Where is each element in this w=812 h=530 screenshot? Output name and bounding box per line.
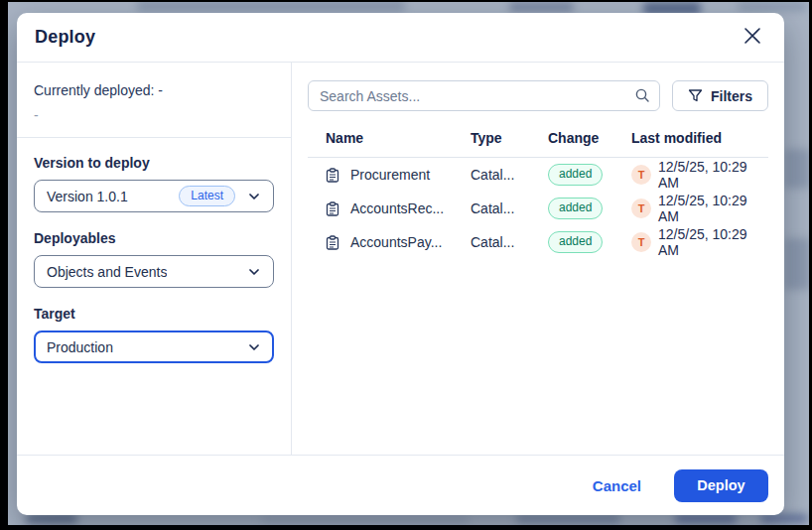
close-icon xyxy=(742,25,763,50)
background-blur-shape xyxy=(261,516,470,523)
deploy-fields: Version to deploy Version 1.0.1 Latest D… xyxy=(17,138,291,381)
background-blur-shape xyxy=(26,514,77,523)
deployables-select-value: Objects and Events xyxy=(47,264,167,280)
modal-title: Deploy xyxy=(35,27,95,48)
filters-button[interactable]: Filters xyxy=(672,80,768,111)
close-button[interactable] xyxy=(739,24,766,52)
table-row[interactable]: AccountsRec... Catal... added T 12/5/25,… xyxy=(308,192,768,225)
last-modified-value: 12/5/25, 10:29 AM xyxy=(658,193,768,224)
assets-toolbar: Filters xyxy=(308,80,768,111)
background-blur-shape xyxy=(137,2,405,12)
field-version-to-deploy: Version to deploy Version 1.0.1 Latest xyxy=(34,155,274,212)
deploy-modal: Deploy Currently deployed: - - Version t… xyxy=(17,13,784,515)
background-blur-shape xyxy=(675,514,737,523)
search-field-wrap xyxy=(308,80,660,111)
background-blur-shape xyxy=(760,514,808,523)
clipboard-icon xyxy=(326,201,339,216)
filters-button-label: Filters xyxy=(711,88,752,104)
table-row[interactable]: Procurement Catal... added T 12/5/25, 10… xyxy=(308,158,768,192)
background-blur-shape xyxy=(509,2,574,12)
clipboard-icon xyxy=(326,168,339,183)
latest-badge: Latest xyxy=(179,186,235,206)
change-badge: added xyxy=(548,198,603,218)
asset-name: Procurement xyxy=(350,167,430,183)
column-header-name: Name xyxy=(326,130,471,146)
modal-body: Currently deployed: - - Version to deplo… xyxy=(17,63,784,455)
asset-type: Catal... xyxy=(471,167,548,183)
field-deployables: Deployables Objects and Events xyxy=(34,230,274,288)
version-select[interactable]: Version 1.0.1 Latest xyxy=(34,180,274,212)
background-blur-shape xyxy=(516,514,620,523)
target-select[interactable]: Production xyxy=(34,331,274,363)
field-target: Target Production xyxy=(34,306,274,363)
clipboard-icon xyxy=(326,235,339,250)
chevron-down-icon xyxy=(247,265,261,279)
table-row[interactable]: AccountsPay... Catal... added T 12/5/25,… xyxy=(308,225,768,259)
deploy-settings-panel: Currently deployed: - - Version to deplo… xyxy=(17,63,292,455)
column-header-last-modified: Last modified xyxy=(631,130,768,146)
column-header-type: Type xyxy=(471,130,548,146)
deployables-label: Deployables xyxy=(34,230,274,246)
modal-footer: Cancel Deploy xyxy=(17,455,784,515)
assets-panel: Filters Name Type Change Last modified xyxy=(292,63,784,455)
version-to-deploy-label: Version to deploy xyxy=(34,155,274,171)
modal-header: Deploy xyxy=(17,13,784,63)
avatar: T xyxy=(631,232,651,252)
deployables-select[interactable]: Objects and Events xyxy=(34,255,274,288)
chevron-down-icon xyxy=(247,340,261,354)
last-modified-value: 12/5/25, 10:29 AM xyxy=(658,226,768,258)
column-header-change: Change xyxy=(548,130,631,146)
asset-name: AccountsRec... xyxy=(350,200,444,216)
target-select-value: Production xyxy=(47,339,113,355)
background-blur-shape xyxy=(784,149,809,189)
version-select-value: Version 1.0.1 xyxy=(47,189,128,204)
target-label: Target xyxy=(34,306,274,322)
currently-deployed-section: Currently deployed: - - xyxy=(17,63,291,138)
avatar: T xyxy=(631,199,651,218)
currently-deployed-value: - xyxy=(34,107,274,123)
chevron-down-icon xyxy=(247,190,261,203)
asset-name: AccountsPay... xyxy=(350,234,442,250)
deploy-button[interactable]: Deploy xyxy=(674,469,768,502)
last-modified-value: 12/5/25, 10:29 AM xyxy=(658,159,768,191)
asset-type: Catal... xyxy=(471,200,548,216)
search-input[interactable] xyxy=(308,80,660,111)
filter-funnel-icon xyxy=(688,88,703,103)
assets-table: Name Type Change Last modified Procureme… xyxy=(308,124,768,259)
assets-table-header: Name Type Change Last modified xyxy=(308,124,768,151)
change-badge: added xyxy=(548,231,603,252)
background-blur-shape xyxy=(738,2,807,11)
asset-type: Catal... xyxy=(471,234,548,250)
avatar: T xyxy=(631,165,651,185)
background-blur-shape xyxy=(784,238,809,290)
change-badge: added xyxy=(548,164,603,185)
cancel-button[interactable]: Cancel xyxy=(593,477,641,494)
search-icon xyxy=(634,87,650,107)
currently-deployed-label: Currently deployed: - xyxy=(34,82,274,98)
